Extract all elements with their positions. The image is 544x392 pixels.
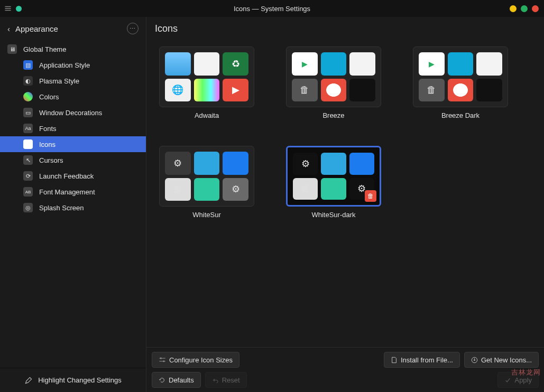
- sidebar-item-label: Plasma Style: [39, 77, 79, 85]
- more-menu-button[interactable]: ⋯: [127, 23, 139, 34]
- install-from-file-button[interactable]: Install from File...: [384, 352, 460, 368]
- sidebar-item-window-decorations[interactable]: ▭ Window Decorations: [0, 105, 146, 120]
- configure-icon-sizes-button[interactable]: Configure Icon Sizes: [152, 352, 239, 368]
- watermark: 吉林龙网: [511, 368, 541, 377]
- palette-icon: [23, 92, 33, 101]
- download-icon: [471, 357, 478, 363]
- theme-name: Breeze: [322, 111, 344, 119]
- theme-name: Breeze Dark: [441, 111, 480, 119]
- page-title: Icons: [155, 23, 178, 34]
- content-area: Icons ♻ 🌐▶ Adwaita 🗑: [146, 17, 544, 392]
- sidebar-item-label: Font Management: [39, 188, 95, 196]
- sidebar-item-label: Colors: [39, 93, 59, 101]
- sidebar-item-label: Application Style: [39, 61, 90, 69]
- undo-icon: [212, 377, 219, 384]
- theme-name: Adwaita: [195, 111, 219, 119]
- sliders-icon: [159, 356, 166, 363]
- highlight-changed-button[interactable]: Highlight Changed Settings: [38, 376, 122, 384]
- icon-theme-card[interactable]: ⚙ 🗑⚙ WhiteSur: [159, 146, 254, 219]
- minimize-button[interactable]: [510, 5, 517, 12]
- sidebar-item-font-management[interactable]: AB Font Management: [0, 184, 146, 200]
- sidebar-item-cursors[interactable]: ↖ Cursors: [0, 152, 146, 168]
- sidebar-item-colors[interactable]: Colors: [0, 89, 146, 105]
- font-mgmt-icon: AB: [23, 187, 33, 197]
- sidebar-item-global-theme[interactable]: 🖥 Global Theme: [0, 41, 146, 57]
- theme-name: WhiteSur: [192, 211, 220, 219]
- icon-theme-card[interactable]: ⚙ 🗑⚙ 🗑 WhiteSur-dark: [286, 146, 381, 219]
- check-icon: [504, 377, 511, 384]
- close-button[interactable]: [532, 5, 539, 12]
- plasma-icon: ◐: [23, 76, 33, 86]
- cursor-icon: ↖: [23, 155, 33, 165]
- maximize-button[interactable]: [521, 5, 528, 12]
- back-label: Appearance: [15, 24, 58, 33]
- sidebar-item-splash-screen[interactable]: ◎ Splash Screen: [0, 200, 146, 216]
- sidebar-item-label: Fonts: [39, 125, 57, 133]
- sidebar-item-plasma-style[interactable]: ◐ Plasma Style: [0, 73, 146, 89]
- sidebar-item-label: Launch Feedback: [39, 172, 94, 180]
- sidebar-item-label: Icons: [39, 141, 56, 148]
- svg-rect-6: [159, 361, 165, 361]
- titlebar: Icons — System Settings: [0, 0, 544, 17]
- sidebar-item-label: Cursors: [39, 156, 63, 164]
- pencil-icon: [24, 376, 33, 385]
- reset-button: Reset: [205, 372, 247, 388]
- sidebar-item-launch-feedback[interactable]: ⟳ Launch Feedback: [0, 168, 146, 184]
- sidebar-item-label: Window Decorations: [39, 109, 102, 117]
- icon-theme-card[interactable]: ♻ 🌐▶ Adwaita: [159, 46, 254, 119]
- back-button[interactable]: ‹ Appearance: [7, 24, 58, 33]
- fonts-icon: Aa: [23, 124, 33, 133]
- cube-icon: ▧: [23, 60, 33, 70]
- chevron-left-icon: ‹: [7, 24, 10, 33]
- delete-theme-button[interactable]: 🗑: [365, 190, 376, 202]
- monitor-icon: 🖥: [7, 44, 17, 54]
- launch-icon: ⟳: [23, 171, 33, 181]
- theme-name: WhiteSur-dark: [311, 211, 355, 219]
- svg-rect-4: [159, 358, 165, 359]
- sidebar-item-label: Splash Screen: [39, 204, 84, 212]
- restore-icon: [159, 377, 165, 384]
- window-icon: ▭: [23, 108, 33, 117]
- window-title: Icons — System Settings: [0, 5, 544, 13]
- defaults-button[interactable]: Defaults: [152, 372, 201, 388]
- sidebar: ‹ Appearance ⋯ 🖥 Global Theme ▧ Applicat…: [0, 17, 146, 392]
- splash-icon: ◎: [23, 203, 33, 212]
- get-new-icons-button[interactable]: Get New Icons...: [464, 352, 539, 368]
- sidebar-item-fonts[interactable]: Aa Fonts: [0, 120, 146, 136]
- document-icon: [391, 357, 398, 363]
- sidebar-item-label: Global Theme: [23, 45, 66, 53]
- apple-icon: [23, 139, 33, 149]
- sidebar-item-icons[interactable]: Icons: [0, 136, 146, 152]
- icon-theme-card[interactable]: 🗑 Breeze: [286, 46, 381, 119]
- sidebar-item-application-style[interactable]: ▧ Application Style: [0, 57, 146, 73]
- icon-theme-card[interactable]: 🗑 Breeze Dark: [413, 46, 508, 119]
